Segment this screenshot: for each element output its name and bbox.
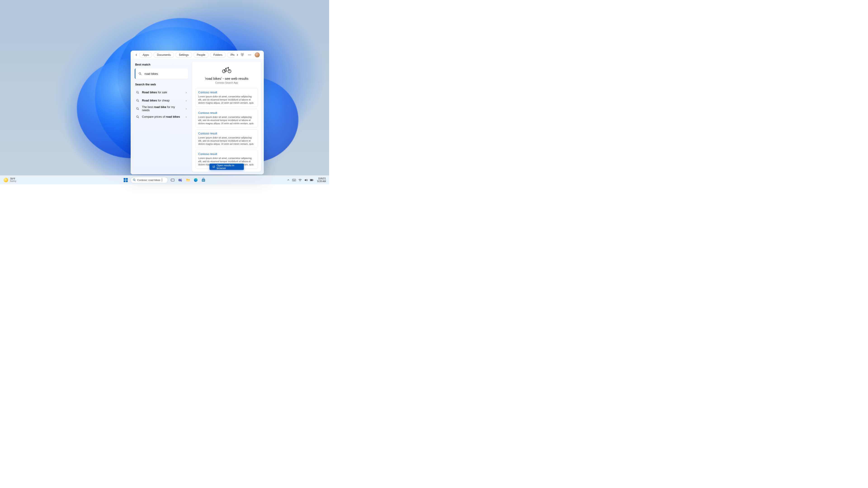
wifi-icon[interactable] — [298, 179, 302, 182]
svg-rect-23 — [171, 179, 174, 181]
input-method-icon[interactable] — [292, 179, 296, 181]
search-filter-bar: Apps Documents Settings People Folders P… — [131, 51, 264, 59]
filter-apps[interactable]: Apps — [139, 52, 152, 58]
web-suggestion-text: The best road bike for my needs — [142, 105, 183, 112]
svg-rect-28 — [186, 180, 190, 182]
svg-rect-30 — [202, 179, 205, 182]
search-icon — [133, 178, 136, 182]
result-card[interactable]: Contoso result Lorem ipsum dolor sit ame… — [195, 129, 258, 148]
teams-button[interactable]: T — [178, 177, 183, 183]
svg-point-0 — [241, 54, 242, 55]
web-suggestion-text: Road bikes for sale — [142, 91, 183, 94]
taskbar-center: Contoso: road bikes T — [123, 177, 206, 183]
bicycle-icon — [222, 67, 231, 73]
text-caret — [162, 178, 162, 182]
svg-point-2 — [248, 55, 249, 55]
best-match-item[interactable]: road bikes — [135, 68, 188, 79]
svg-point-13 — [136, 116, 138, 118]
detail-subtitle: Contoso Search App — [195, 81, 258, 84]
svg-line-14 — [138, 117, 139, 118]
filter-photos[interactable]: Photos — [227, 52, 235, 58]
result-title: Contoso result — [198, 152, 255, 156]
desktop: Apps Documents Settings People Folders P… — [0, 0, 329, 184]
result-card[interactable]: Contoso result Lorem ipsum dolor sit ame… — [195, 88, 258, 107]
results-right-column: 'road bikes' - see web results Contoso S… — [190, 59, 264, 174]
result-card[interactable]: Contoso result Lorem ipsum dolor sit ame… — [195, 109, 258, 127]
svg-point-3 — [249, 55, 250, 55]
file-explorer-button[interactable] — [185, 177, 191, 183]
search-web-label: Search the web — [135, 83, 188, 86]
detail-pane: 'road bikes' - see web results Contoso S… — [192, 62, 261, 172]
volume-icon[interactable] — [304, 178, 308, 182]
svg-line-6 — [141, 74, 141, 75]
result-title: Contoso result — [198, 111, 255, 115]
result-title: Contoso result — [198, 132, 255, 135]
web-suggestion-text: Road bikes for cheap — [142, 99, 183, 102]
result-desc: Lorem ipsum dolor sit amet, consectetur … — [198, 116, 255, 125]
best-match-text: road bikes — [145, 72, 158, 75]
svg-line-10 — [138, 101, 139, 102]
svg-rect-40 — [293, 180, 295, 181]
svg-point-21 — [133, 179, 135, 181]
svg-rect-18 — [126, 178, 128, 180]
taskbar-search-box[interactable]: Contoso: road bikes — [130, 177, 168, 183]
filter-settings[interactable]: Settings — [176, 52, 192, 58]
filter-folders[interactable]: Folders — [210, 52, 226, 58]
filters-scroll-left[interactable] — [135, 54, 138, 56]
clock[interactable]: 10/6/21 9:28 AM — [317, 177, 326, 183]
chevron-right-icon: › — [186, 91, 187, 94]
web-suggestion[interactable]: The best road bike for my needs › — [135, 105, 188, 113]
clock-time: 9:28 AM — [317, 180, 326, 183]
svg-rect-33 — [203, 181, 203, 181]
clock-date: 10/6/21 — [317, 177, 326, 180]
edge-button[interactable] — [193, 177, 199, 183]
more-icon[interactable] — [248, 55, 252, 55]
svg-point-27 — [181, 178, 182, 180]
open-in-browser-label: Open results in browser — [217, 164, 241, 169]
rewards-icon[interactable] — [240, 53, 244, 57]
task-view-button[interactable] — [170, 177, 176, 183]
svg-rect-32 — [204, 180, 204, 181]
taskbar-search-text: Contoso: road bikes — [137, 179, 160, 182]
detail-title: 'road bikes' - see web results — [195, 76, 258, 80]
search-icon — [136, 91, 139, 94]
open-in-browser-button[interactable]: Open results in browser — [209, 164, 244, 170]
svg-rect-35 — [292, 179, 296, 181]
start-button[interactable] — [123, 177, 129, 183]
search-flyout: Apps Documents Settings People Folders P… — [131, 51, 264, 174]
svg-point-7 — [136, 91, 138, 93]
svg-text:T: T — [179, 179, 180, 181]
filter-people[interactable]: People — [193, 52, 209, 58]
weather-widget[interactable]: 78°F Sunny — [4, 177, 16, 182]
weather-condition: Sunny — [10, 180, 16, 182]
filters-scroll-right[interactable] — [236, 54, 239, 56]
svg-point-11 — [136, 107, 138, 109]
svg-point-9 — [136, 99, 138, 101]
svg-line-22 — [135, 180, 135, 181]
result-desc: Lorem ipsum dolor sit amet, consectetur … — [198, 136, 255, 145]
svg-point-4 — [250, 55, 251, 55]
svg-rect-24 — [170, 180, 171, 181]
web-suggestion[interactable]: Road bikes for cheap › — [135, 96, 188, 105]
web-suggestion-text: Compare prices of road bikes — [142, 115, 183, 119]
user-avatar[interactable] — [255, 53, 260, 57]
store-button[interactable] — [200, 177, 206, 183]
svg-rect-34 — [204, 181, 204, 181]
web-suggestion[interactable]: Road bikes for sale › — [135, 88, 188, 96]
tray-overflow-chevron[interactable] — [286, 179, 290, 181]
svg-line-12 — [138, 109, 139, 110]
chevron-right-icon: › — [186, 107, 187, 110]
filter-documents[interactable]: Documents — [153, 52, 174, 58]
search-icon — [136, 99, 139, 102]
web-suggestion[interactable]: Compare prices of road bikes › — [135, 113, 188, 121]
search-icon — [136, 115, 139, 119]
svg-point-1 — [242, 54, 244, 55]
result-desc: Lorem ipsum dolor sit amet, consectetur … — [198, 95, 255, 104]
svg-rect-43 — [310, 180, 313, 181]
svg-rect-19 — [124, 180, 125, 182]
svg-point-5 — [139, 72, 141, 74]
results-left-column: Best match road bikes Search the web Roa… — [131, 59, 190, 174]
svg-line-8 — [138, 93, 139, 94]
best-match-label: Best match — [135, 63, 188, 66]
battery-icon[interactable] — [310, 179, 313, 181]
